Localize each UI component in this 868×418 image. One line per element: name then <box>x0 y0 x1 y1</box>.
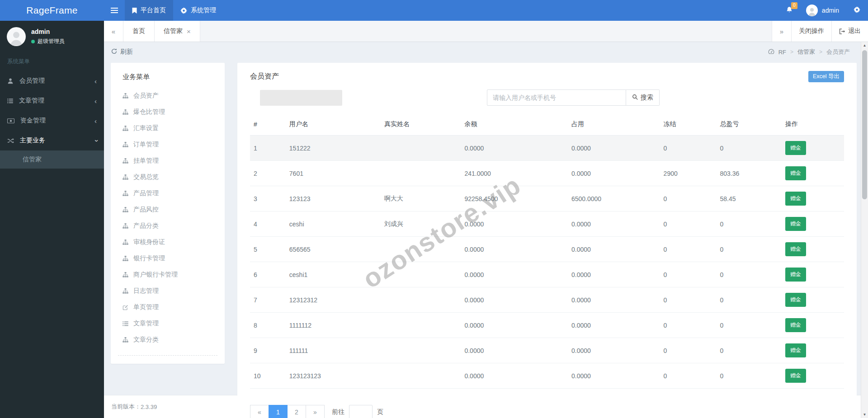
excel-export-button[interactable]: Excel 导出 <box>808 71 844 82</box>
submenu-item-label: 汇率设置 <box>133 124 159 132</box>
gift-button[interactable]: 赠金 <box>785 141 806 155</box>
table-cell: 0 <box>660 237 717 262</box>
tab-xinguanjia[interactable]: 信管家 × <box>155 21 200 42</box>
table-cell: 2900 <box>660 161 717 186</box>
submenu-item[interactable]: 会员资产 <box>111 88 225 104</box>
dashboard-icon <box>768 49 774 56</box>
tab-action-label: 关闭操作 <box>799 27 824 35</box>
submenu-item[interactable]: 产品风控 <box>111 202 225 218</box>
scrollbar[interactable]: ▲ ▼ <box>861 42 868 418</box>
table-cell: 0.0000 <box>461 136 568 161</box>
page-list: 12 <box>269 405 306 418</box>
gift-button[interactable]: 赠金 <box>785 192 806 206</box>
table-cell: 0 <box>716 287 782 313</box>
logout-button[interactable]: 退出 <box>831 21 868 42</box>
submenu-item[interactable]: 银行卡管理 <box>111 250 225 267</box>
content-toolbar: 刷新 RF > 信管家 > 会员资产 <box>104 42 868 62</box>
settings-button[interactable] <box>846 0 868 21</box>
submenu-item[interactable]: 文章分类 <box>111 332 225 348</box>
goto-page-input[interactable] <box>349 405 373 418</box>
avatar <box>7 27 26 46</box>
gift-button[interactable]: 赠金 <box>785 242 806 256</box>
sitemap-icon <box>123 240 128 245</box>
submenu-item[interactable]: 交易总览 <box>111 169 225 185</box>
table-cell: 3 <box>250 186 286 211</box>
gift-button[interactable]: 赠金 <box>785 343 806 357</box>
filter-input-disabled[interactable] <box>260 90 342 106</box>
list-icon <box>7 99 13 103</box>
prev-page-button[interactable]: « <box>250 405 269 418</box>
submenu-item[interactable]: 订单管理 <box>111 136 225 153</box>
submenu-item[interactable]: 爆仓比管理 <box>111 104 225 120</box>
sidebar-section-label: 系统菜单 <box>0 51 104 69</box>
sidebar-item-members[interactable]: 会员管理 ‹ <box>0 71 104 91</box>
table-cell: 0 <box>660 211 717 237</box>
table-cell: 4 <box>250 211 286 237</box>
chevron-down-icon: ‹ <box>92 140 99 142</box>
table-cell: 0.0000 <box>461 237 568 262</box>
sidebar-subitem-xinguanjia[interactable]: 信管家 <box>0 150 104 169</box>
submenu-item[interactable]: 产品分类 <box>111 218 225 234</box>
submenu-item[interactable]: 挂单管理 <box>111 153 225 169</box>
gift-button[interactable]: 赠金 <box>785 318 806 332</box>
next-page-button[interactable]: » <box>306 405 325 418</box>
submenu-item[interactable]: 单页管理 <box>111 299 225 315</box>
table-cell: 0 <box>660 363 717 389</box>
scroll-up-arrow-icon[interactable]: ▲ <box>861 42 868 49</box>
table-cell: 6 <box>250 262 286 287</box>
sidebar-toggle-button[interactable] <box>104 0 125 21</box>
refresh-label: 刷新 <box>120 48 133 56</box>
tab-home[interactable]: 首页 <box>123 21 155 42</box>
search-input[interactable] <box>487 89 626 106</box>
sidebar-item-articles[interactable]: 文章管理 ‹ <box>0 91 104 111</box>
gift-button[interactable]: 赠金 <box>785 166 806 180</box>
table-cell: 0 <box>716 313 782 338</box>
content-area: 业务菜单 会员资产爆仓比管理汇率设置订单管理挂单管理交易总览产品管理产品风控产品… <box>104 62 868 395</box>
sitemap-icon <box>123 93 128 99</box>
sidebar-item-funds[interactable]: 资金管理 ‹ <box>0 111 104 131</box>
page-button-1[interactable]: 1 <box>269 405 288 418</box>
gift-button[interactable]: 赠金 <box>785 217 806 231</box>
close-tab-icon[interactable]: × <box>187 28 191 35</box>
sidebar-subitem-label: 信管家 <box>23 155 42 164</box>
list-icon <box>123 321 128 326</box>
search-button[interactable]: 搜索 <box>626 89 660 106</box>
refresh-button[interactable]: 刷新 <box>111 48 133 56</box>
submenu-item[interactable]: 日志管理 <box>111 283 225 299</box>
brand-logo[interactable]: RageFrame <box>0 0 104 21</box>
sitemap-icon <box>123 191 128 196</box>
table-row: 6ceshi10.00000.000000赠金 <box>250 262 844 287</box>
app-window: RageFrame 平台首页 系统管理 0 admin <box>0 0 868 418</box>
submenu-item[interactable]: 审核身份证 <box>111 234 225 250</box>
table-cell <box>381 363 461 389</box>
user-menu[interactable]: admin <box>799 0 846 21</box>
gift-button[interactable]: 赠金 <box>785 369 806 383</box>
notifications-button[interactable]: 0 <box>779 0 799 21</box>
tabs-scroll-right-button[interactable]: » <box>772 21 791 42</box>
breadcrumb-item[interactable]: 信管家 <box>797 48 815 56</box>
gift-button[interactable]: 赠金 <box>785 268 806 282</box>
scrollbar-thumb[interactable] <box>862 50 867 199</box>
submenu-item[interactable]: 产品管理 <box>111 185 225 202</box>
submenu-item[interactable]: 文章管理 <box>111 315 225 332</box>
gift-button[interactable]: 赠金 <box>785 293 806 307</box>
top-navbar: RageFrame 平台首页 系统管理 0 admin <box>0 0 868 21</box>
breadcrumb-home[interactable]: RF <box>778 49 786 56</box>
breadcrumb-separator: > <box>819 49 822 55</box>
column-header: 占用 <box>568 116 660 136</box>
scroll-down-arrow-icon[interactable]: ▼ <box>861 411 868 418</box>
table-cell: 0.0000 <box>568 211 660 237</box>
table-row: 4ceshi刘成兴0.00000.000000赠金 <box>250 211 844 237</box>
sidebar-item-main-business[interactable]: 主要业务 ‹ <box>0 131 104 150</box>
page-button-2[interactable]: 2 <box>287 405 306 418</box>
close-operations-button[interactable]: 关闭操作 <box>791 21 831 42</box>
nav-item-platform-home[interactable]: 平台首页 <box>125 0 173 21</box>
submenu-item[interactable]: 汇率设置 <box>111 120 225 136</box>
money-icon <box>7 118 14 123</box>
table-cell: 0 <box>716 363 782 389</box>
submenu-item[interactable]: 商户银行卡管理 <box>111 267 225 283</box>
tabs-scroll-left-button[interactable]: « <box>104 21 123 42</box>
nav-item-system-admin[interactable]: 系统管理 <box>173 0 223 21</box>
table-cell: 0.0000 <box>461 338 568 363</box>
search-group: 搜索 <box>487 89 660 106</box>
